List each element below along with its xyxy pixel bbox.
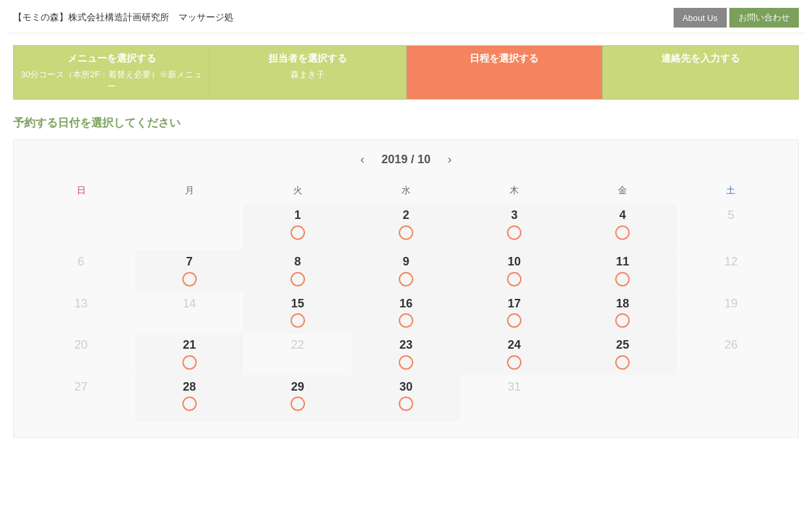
cal-cell-2-4[interactable]: 17: [460, 292, 569, 334]
step-value-0: 30分コース（本所2F：着替え必要）※新メニュー: [19, 69, 204, 92]
available-circle: [291, 313, 305, 328]
day-number: 25: [616, 338, 629, 353]
weekday-header-6: 土: [677, 180, 785, 203]
cal-cell-3-0: 20: [27, 333, 135, 375]
day-number: 11: [616, 255, 629, 269]
available-circle: [399, 355, 413, 370]
cal-cell-4-4: 31: [460, 375, 569, 421]
day-number: 2: [403, 208, 409, 223]
weekday-header-3: 水: [352, 180, 460, 203]
cal-cell-4-6: [677, 375, 785, 421]
cal-cell-1-0: 6: [27, 250, 135, 292]
cal-cell-0-4[interactable]: 3: [460, 203, 569, 250]
day-number: 23: [399, 338, 413, 353]
prev-month-button[interactable]: ‹: [356, 152, 368, 166]
cal-cell-4-3[interactable]: 30: [352, 375, 460, 421]
header-buttons: About Us お問い合わせ: [674, 8, 799, 28]
day-number: 21: [183, 338, 196, 353]
cal-cell-2-5[interactable]: 18: [569, 292, 677, 334]
cal-cell-0-2[interactable]: 1: [243, 203, 352, 250]
day-number: 1: [294, 208, 301, 223]
cal-cell-4-5: [569, 375, 677, 421]
cal-cell-4-1[interactable]: 28: [135, 375, 243, 421]
contact-button[interactable]: お問い合わせ: [729, 8, 799, 28]
day-number: 7: [186, 255, 193, 269]
available-circle: [182, 272, 197, 286]
day-number: 10: [508, 255, 521, 269]
about-button[interactable]: About Us: [674, 8, 727, 28]
step-2[interactable]: 日程を選択する: [407, 45, 603, 100]
weekday-header-4: 木: [460, 180, 569, 203]
step-1[interactable]: 担当者を選択する森まき子: [210, 45, 406, 100]
day-number: 15: [291, 297, 304, 311]
cal-cell-1-6: 12: [677, 250, 785, 292]
cal-cell-3-5[interactable]: 25: [569, 333, 677, 375]
header: 【モミの森】株式会社構造計画研究所 マッサージ処 About Us お問い合わせ: [7, 0, 805, 33]
cal-cell-2-6: 19: [677, 292, 785, 334]
day-number-inactive: 22: [291, 338, 304, 353]
available-circle: [291, 272, 305, 286]
step-label-2: 日程を選択する: [412, 52, 597, 65]
day-number-inactive: 20: [75, 338, 88, 353]
cal-cell-2-2[interactable]: 15: [243, 292, 352, 334]
cal-cell-0-0: [27, 203, 135, 250]
step-0[interactable]: メニューを選択する30分コース（本所2F：着替え必要）※新メニュー: [13, 45, 210, 100]
cal-cell-2-3[interactable]: 16: [352, 292, 460, 334]
day-number-inactive: 14: [183, 297, 196, 311]
weekday-header-0: 日: [27, 180, 135, 203]
day-number: 4: [619, 208, 626, 223]
available-circle: [507, 355, 521, 370]
day-number-inactive: 27: [75, 380, 88, 395]
step-label-3: 連絡先を入力する: [608, 52, 793, 65]
cal-cell-0-3[interactable]: 2: [352, 203, 460, 250]
cal-cell-3-1[interactable]: 21: [135, 333, 243, 375]
day-number: 28: [183, 380, 196, 395]
cal-cell-1-1[interactable]: 7: [135, 250, 243, 292]
cal-cell-0-5[interactable]: 4: [569, 203, 677, 250]
cal-cell-3-3[interactable]: 23: [352, 333, 460, 375]
available-circle: [399, 313, 413, 328]
day-number: 8: [294, 255, 301, 269]
available-circle: [507, 313, 521, 328]
cal-cell-3-4[interactable]: 24: [460, 333, 569, 375]
next-month-button[interactable]: ›: [444, 152, 456, 166]
day-number: 9: [403, 255, 409, 269]
weekday-header-1: 月: [135, 180, 243, 203]
available-circle: [291, 397, 305, 411]
calendar-nav: ‹ 2019 / 10 ›: [27, 152, 785, 166]
site-title: 【モミの森】株式会社構造計画研究所 マッサージ処: [13, 12, 233, 24]
day-number: 24: [508, 338, 521, 353]
day-number: 18: [616, 297, 629, 311]
month-label: 2019 / 10: [381, 153, 430, 166]
cal-cell-1-4[interactable]: 10: [460, 250, 569, 292]
day-number-inactive: 5: [727, 208, 734, 223]
calendar-grid: 日月火水木金土 12345678910111213141516171819202…: [27, 180, 785, 421]
cal-cell-4-0: 27: [27, 375, 135, 421]
available-circle: [507, 272, 521, 286]
day-number: 29: [291, 380, 304, 395]
cal-cell-1-5[interactable]: 11: [569, 250, 677, 292]
available-circle: [615, 272, 630, 286]
available-circle: [615, 225, 630, 240]
cal-cell-4-2[interactable]: 29: [243, 375, 352, 421]
day-number-inactive: 12: [724, 255, 737, 269]
day-number: 16: [399, 297, 413, 311]
cal-cell-1-2[interactable]: 8: [243, 250, 352, 292]
available-circle: [507, 225, 521, 240]
cal-cell-0-6: 5: [677, 203, 785, 250]
calendar-container: ‹ 2019 / 10 › 日月火水木金土 123456789101112131…: [13, 140, 799, 438]
available-circle: [399, 225, 413, 240]
step-3[interactable]: 連絡先を入力する: [603, 45, 799, 100]
available-circle: [615, 313, 630, 328]
day-number: 30: [399, 380, 413, 395]
cal-cell-0-1: [135, 203, 243, 250]
day-number-inactive: 6: [78, 255, 85, 269]
day-number: 3: [511, 208, 518, 223]
cal-cell-3-6: 26: [677, 333, 785, 375]
weekday-header-2: 火: [243, 180, 352, 203]
available-circle: [399, 397, 413, 411]
day-number: 17: [508, 297, 521, 311]
step-value-1: 森まき子: [215, 69, 400, 81]
day-number-inactive: 13: [75, 297, 88, 311]
cal-cell-1-3[interactable]: 9: [352, 250, 460, 292]
